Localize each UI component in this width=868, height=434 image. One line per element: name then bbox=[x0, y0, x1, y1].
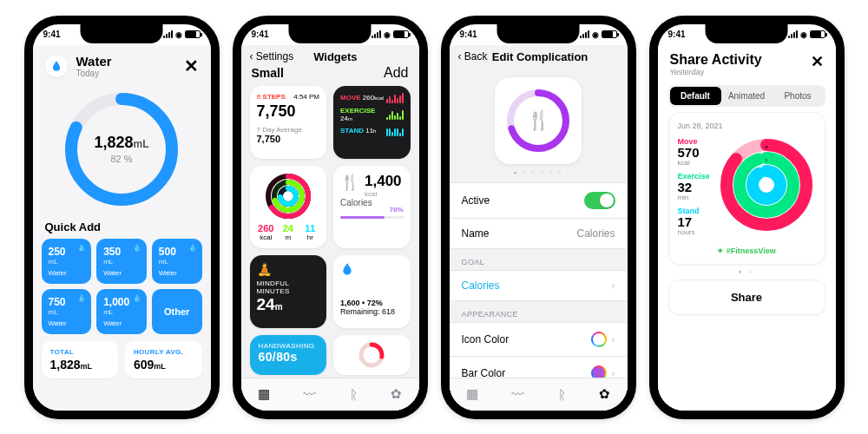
widget-partial[interactable] bbox=[333, 335, 411, 375]
page-subtitle: Yesterday bbox=[670, 68, 762, 76]
chevron-right-icon: › bbox=[612, 279, 615, 292]
tab-settings-icon[interactable]: ✿ bbox=[599, 386, 610, 402]
status-time: 9:41 bbox=[43, 30, 61, 39]
widget-calories[interactable]: 🍴1,400kcal Calories 70% bbox=[333, 166, 411, 248]
share-button[interactable]: Share bbox=[668, 279, 825, 315]
tab-workout-icon[interactable]: ᚱ bbox=[350, 387, 358, 402]
svg-text:↑: ↑ bbox=[765, 157, 768, 163]
tab-settings-icon[interactable]: ✿ bbox=[391, 386, 402, 402]
hourly-avg-card: HOURLY AVG.609mL bbox=[125, 341, 202, 378]
activity-rings: » ↑ bbox=[717, 137, 816, 241]
status-time: 9:41 bbox=[668, 30, 686, 39]
section-goal: GOAL bbox=[450, 249, 628, 270]
svg-text:»: » bbox=[764, 143, 768, 151]
chevron-left-icon: ‹ bbox=[250, 50, 253, 62]
segmented-control[interactable]: Default Animated Photos bbox=[668, 85, 825, 107]
close-icon[interactable]: ✕ bbox=[811, 52, 824, 71]
quick-add-1000[interactable]: 💧1,000mLWater bbox=[96, 289, 147, 334]
total-card: TOTAL1,828mL bbox=[42, 341, 119, 378]
tab-workout-icon[interactable]: ᚱ bbox=[558, 387, 566, 402]
water-drop-icon bbox=[45, 55, 68, 77]
tab-trends-icon[interactable]: 〰 bbox=[303, 387, 316, 402]
widget-activity[interactable]: MOVE 260kcal EXERCISE 24m STAND 11h bbox=[333, 86, 411, 159]
tab-dashboard-icon[interactable]: ▦ bbox=[466, 386, 478, 402]
nav-title: Edit Complication bbox=[462, 50, 619, 63]
section-small: Small bbox=[252, 66, 284, 80]
widget-handwashing[interactable]: HANDWASHING60/80s bbox=[250, 335, 327, 375]
section-appearance: APPEARANCE bbox=[450, 301, 628, 322]
seg-default[interactable]: Default bbox=[670, 87, 721, 105]
complication-preview: 🍴 bbox=[495, 77, 582, 164]
page-title: Water bbox=[76, 54, 112, 69]
activity-card: Jun 28, 2021 Move570kcal Exercise32min S… bbox=[668, 112, 825, 265]
status-time: 9:41 bbox=[252, 30, 269, 39]
add-button[interactable]: Add bbox=[384, 65, 408, 81]
quick-add-500[interactable]: 💧500mLWater bbox=[152, 239, 202, 284]
active-toggle[interactable] bbox=[584, 192, 615, 209]
close-icon[interactable]: ✕ bbox=[184, 56, 199, 76]
widget-water[interactable]: 1,600 • 72% Remaining: 618 bbox=[333, 255, 411, 328]
seg-animated[interactable]: Animated bbox=[721, 87, 773, 105]
quick-add-750[interactable]: 💧750mLWater bbox=[42, 289, 92, 334]
hashtag: ✦ #FitnessView bbox=[678, 247, 816, 255]
quick-add-heading: Quick Add bbox=[33, 219, 211, 239]
seg-photos[interactable]: Photos bbox=[773, 87, 824, 105]
svg-point-17 bbox=[753, 171, 780, 199]
cell-icon-color[interactable]: Icon Color› bbox=[450, 322, 628, 357]
page-subtitle: Today bbox=[76, 69, 112, 78]
widget-mindful[interactable]: 🧘 MINDFUL MINUTES 24m bbox=[250, 255, 327, 328]
quick-add-350[interactable]: 💧350mLWater bbox=[96, 239, 147, 284]
quick-add-other[interactable]: Other bbox=[152, 289, 202, 334]
nav-title: Widgets bbox=[260, 50, 410, 63]
water-progress-ring: 1,828mL82 % bbox=[61, 89, 182, 210]
status-time: 9:41 bbox=[460, 30, 477, 39]
tab-dashboard-icon[interactable]: ▦ bbox=[258, 386, 270, 402]
quick-add-250[interactable]: 💧250mLWater bbox=[42, 239, 92, 284]
widget-rings[interactable]: 260kcal24m11hr bbox=[250, 166, 327, 248]
tab-trends-icon[interactable]: 〰 bbox=[511, 387, 524, 402]
cell-goal[interactable]: Calories› bbox=[450, 270, 628, 301]
cell-name[interactable]: NameCalories bbox=[450, 219, 628, 249]
cell-active[interactable]: Active bbox=[450, 182, 628, 219]
page-dots[interactable]: ● ○ bbox=[658, 268, 836, 274]
page-dots[interactable]: ● ○ ○ ○ ○ ○ bbox=[450, 169, 628, 175]
page-title: Share Activity bbox=[670, 52, 762, 68]
widget-steps[interactable]: ‼ STEPS4:54 PM 7,750 7 Day Average 7,750 bbox=[250, 86, 327, 159]
